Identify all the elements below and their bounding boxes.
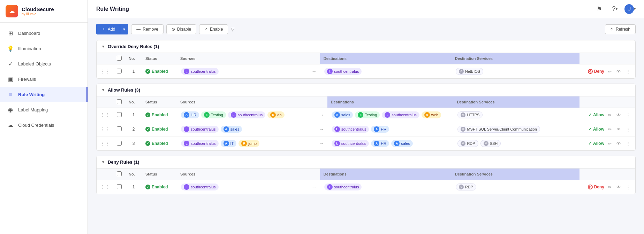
view-button[interactable]: 👁 bbox=[615, 184, 622, 190]
add-dropdown-button[interactable]: ▾ bbox=[120, 24, 128, 34]
service-tags: ⚙ RDP ⚙ SSH bbox=[457, 139, 576, 148]
view-button[interactable]: 👁 bbox=[615, 112, 622, 118]
select-all-checkbox[interactable] bbox=[117, 56, 122, 61]
disable-button[interactable]: ⊘ Disable bbox=[166, 24, 196, 34]
th-drag bbox=[97, 53, 113, 64]
row-actions: ⊘ Deny ✏ 👁 ⋮ bbox=[583, 184, 632, 190]
row-checkbox[interactable] bbox=[117, 126, 122, 131]
status-enabled: Enabled bbox=[145, 69, 173, 74]
arrow-cell: → bbox=[308, 64, 320, 79]
more-button[interactable]: ⋮ bbox=[624, 68, 632, 75]
destinations-cell: A sales E Testing L southcentralus R web bbox=[327, 108, 454, 122]
service-icon: ⚙ bbox=[461, 141, 465, 146]
drag-handle[interactable]: ⋮⋮ bbox=[100, 112, 110, 118]
deny-header[interactable]: ▼ Deny Rules (1) bbox=[97, 156, 635, 169]
service-tag: ⚙ NetBIOS bbox=[456, 68, 483, 75]
help-button[interactable]: ? ▾ bbox=[609, 3, 620, 15]
deny-icon: ⊘ bbox=[588, 185, 593, 189]
sidebar-item-dashboard[interactable]: ⊞ Dashboard bbox=[0, 25, 88, 41]
sidebar-item-label-mapping[interactable]: ◉ Label Mapping bbox=[0, 102, 88, 117]
tag-label: southcentralus bbox=[334, 69, 359, 73]
tag-type-icon: E bbox=[358, 112, 363, 118]
drag-handle-cell[interactable]: ⋮⋮ bbox=[97, 64, 113, 79]
tag-type-icon: A bbox=[394, 141, 400, 146]
sidebar-item-firewalls[interactable]: ▣ Firewalls bbox=[0, 71, 88, 87]
edit-button[interactable]: ✏ bbox=[606, 68, 613, 75]
sidebar-item-label: Illumination bbox=[18, 46, 41, 51]
sidebar-item-label: Labeled Objects bbox=[18, 61, 51, 67]
destination-services-cell: ⚙ MSFT SQL Server/Client Communication bbox=[453, 122, 579, 136]
view-button[interactable]: 👁 bbox=[615, 68, 622, 75]
tag-type-icon: A bbox=[374, 126, 379, 132]
arrow-cell: → bbox=[316, 122, 327, 136]
filter-icon[interactable]: ▽ bbox=[231, 26, 235, 32]
view-button[interactable]: 👁 bbox=[615, 126, 622, 133]
service-icon: ⚙ bbox=[459, 185, 464, 189]
checkbox-cell[interactable] bbox=[113, 136, 125, 151]
sidebar-item-illumination[interactable]: 💡 Illumination bbox=[0, 41, 88, 56]
drag-handle[interactable]: ⋮⋮ bbox=[100, 126, 110, 132]
enable-button[interactable]: ✓ Enable bbox=[199, 24, 228, 34]
drag-handle-cell[interactable]: ⋮⋮ bbox=[97, 108, 113, 122]
th-dest-services: Destination Services bbox=[453, 96, 579, 108]
edit-button[interactable]: ✏ bbox=[606, 184, 613, 190]
more-button[interactable]: ⋮ bbox=[624, 140, 632, 147]
row-checkbox[interactable] bbox=[117, 184, 122, 189]
drag-handle[interactable]: ⋮⋮ bbox=[100, 69, 110, 74]
edit-button[interactable]: ✏ bbox=[606, 112, 613, 118]
row-actions: ✓ Allow ✏ 👁 ⋮ bbox=[583, 126, 632, 133]
action-allow: ✓ Allow bbox=[588, 141, 604, 146]
service-label: SSH bbox=[490, 141, 498, 146]
service-label: MSFT SQL Server/Client Communication bbox=[467, 127, 537, 131]
status-enabled: Enabled bbox=[145, 185, 173, 189]
more-button[interactable]: ⋮ bbox=[624, 184, 632, 190]
checkbox-cell[interactable] bbox=[113, 180, 125, 194]
th-no: No. bbox=[125, 96, 142, 108]
select-all-checkbox[interactable] bbox=[117, 99, 122, 104]
sidebar-item-cloud-credentials[interactable]: ☁ Cloud Credentials bbox=[0, 117, 88, 133]
checkbox-cell[interactable] bbox=[113, 108, 125, 122]
checkbox-cell[interactable] bbox=[113, 122, 125, 136]
override-deny-section: ▼ Override Deny Rules (1) No. Status Sou… bbox=[96, 40, 636, 79]
view-button[interactable]: 👁 bbox=[615, 140, 622, 147]
label-tag: L southcentralus bbox=[382, 111, 419, 118]
row-checkbox[interactable] bbox=[117, 112, 122, 117]
drag-handle-cell[interactable]: ⋮⋮ bbox=[97, 122, 113, 136]
user-button[interactable]: U ▾ bbox=[624, 3, 636, 15]
status-dot bbox=[145, 112, 150, 117]
drag-handle-cell[interactable]: ⋮⋮ bbox=[97, 180, 113, 194]
destination-tags: L southcentralus bbox=[324, 183, 448, 191]
drag-handle[interactable]: ⋮⋮ bbox=[100, 184, 110, 190]
refresh-button[interactable]: ↻ Refresh bbox=[605, 24, 636, 34]
cloud-credentials-icon: ☁ bbox=[7, 122, 14, 128]
allow-header[interactable]: ▼ Allow Rules (3) bbox=[97, 84, 635, 96]
status-dot bbox=[145, 127, 150, 132]
row-checkbox[interactable] bbox=[117, 141, 122, 146]
sidebar-item-labeled-objects[interactable]: ✓ Labeled Objects bbox=[0, 56, 88, 71]
drag-handle[interactable]: ⋮⋮ bbox=[100, 141, 110, 146]
edit-button[interactable]: ✏ bbox=[606, 126, 613, 133]
tag-type-icon: L bbox=[184, 69, 189, 74]
more-button[interactable]: ⋮ bbox=[624, 112, 632, 118]
sidebar-item-rule-writing[interactable]: ≡ Rule Writing bbox=[0, 87, 88, 102]
row-checkbox[interactable] bbox=[117, 69, 122, 73]
edit-button[interactable]: ✏ bbox=[606, 140, 613, 147]
remove-button[interactable]: — Remove bbox=[131, 24, 164, 34]
service-label: HTTPS bbox=[467, 113, 479, 117]
add-button-group: ＋ Add ▾ bbox=[96, 24, 128, 34]
table-row: ⋮⋮ 1 Enabled A HR E Testing L southcentr… bbox=[97, 108, 635, 122]
add-button[interactable]: ＋ Add bbox=[96, 24, 120, 34]
checkbox-cell[interactable] bbox=[113, 64, 125, 79]
destinations-cell: L southcentralus A HR bbox=[327, 122, 454, 136]
arrow-cell: → bbox=[308, 180, 320, 194]
tag-label: southcentralus bbox=[238, 113, 263, 117]
override-deny-header[interactable]: ▼ Override Deny Rules (1) bbox=[97, 40, 635, 53]
select-all-checkbox[interactable] bbox=[117, 171, 122, 176]
rule-status: Enabled bbox=[142, 122, 177, 136]
tag-type-icon: L bbox=[327, 69, 333, 74]
sidebar-item-label: Rule Writing bbox=[18, 92, 45, 97]
more-button[interactable]: ⋮ bbox=[624, 126, 632, 133]
status-dot bbox=[145, 185, 150, 189]
drag-handle-cell[interactable]: ⋮⋮ bbox=[97, 136, 113, 151]
notification-button[interactable]: ⚑ bbox=[594, 3, 605, 15]
